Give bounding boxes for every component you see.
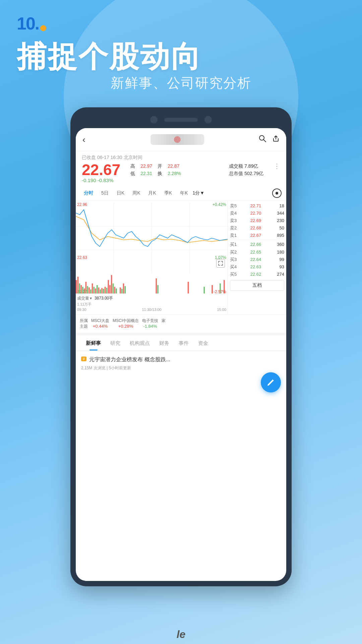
tab-finance[interactable]: 财务 xyxy=(155,335,174,351)
fab-write-button[interactable] xyxy=(261,372,281,392)
tab-5day[interactable]: 5日 xyxy=(98,189,112,198)
phone-container: ‹ xyxy=(70,107,292,586)
phone-top-bar xyxy=(76,113,286,128)
tab-weekly-k[interactable]: 周K xyxy=(129,189,143,198)
fab-spacer xyxy=(76,376,286,389)
logo-text: 10. xyxy=(17,13,39,34)
svg-rect-33 xyxy=(120,287,121,293)
tab-monthly-k[interactable]: 月K xyxy=(145,189,159,198)
svg-rect-25 xyxy=(105,287,106,293)
buy-order-5: 买5 22.62 274 xyxy=(230,271,284,278)
svg-rect-23 xyxy=(101,288,103,293)
open-value: 22.87 xyxy=(168,163,179,169)
turnover-label: 换 xyxy=(158,171,162,177)
volume-bar-chart xyxy=(76,273,228,293)
sell-order-3: 卖3 22.69 230 xyxy=(230,217,284,224)
buy-order-3: 买3 22.64 99 xyxy=(230,256,284,263)
stock-details: 高 22.97 开 22.87 低 22.31 换 2.28% xyxy=(130,162,219,177)
svg-rect-27 xyxy=(108,280,109,293)
svg-rect-35 xyxy=(123,283,124,293)
order-book: 卖5 22.71 18 卖4 22.70 344 卖3 22.69 23 xyxy=(228,201,286,314)
tab-news[interactable]: 新鲜事 xyxy=(81,335,106,351)
high-label: 高 xyxy=(130,163,135,169)
stock-info: 已收盘 06-17 16:30 北京时间 22.67 -0.190 -0.83%… xyxy=(76,151,286,186)
buy-order-1: 买1 22.66 360 xyxy=(230,241,284,248)
sell-order-2: 卖2 22.68 50 xyxy=(230,224,284,232)
chart-price-mid: 22.63 xyxy=(77,255,87,260)
svg-rect-40 xyxy=(203,287,205,293)
stock-main-price: 22.67 xyxy=(82,162,120,177)
sell-order-1: 卖1 22.67 895 xyxy=(230,232,284,239)
content-tabs: 新鲜事 研究 机构观点 财务 事件 资金 xyxy=(76,333,286,351)
news-title: 元宇宙潜力企业榜发布 概念股跌... xyxy=(89,356,170,363)
market-cap-row: 总市值 502.79亿 xyxy=(229,171,263,177)
app-logo: 10. xyxy=(17,13,46,34)
chart-orderbook-container: 22.96 +0.42% 22.63 1.07% 22.27 -2.57% xyxy=(76,201,286,314)
volume-dropdown-arrow[interactable]: ▼ xyxy=(89,297,93,300)
header-center xyxy=(96,134,259,145)
buy-order-2: 买2 22.65 180 xyxy=(230,249,284,256)
tab-events[interactable]: 事件 xyxy=(174,335,193,351)
more-button[interactable]: ⋮ xyxy=(274,162,280,170)
low-value: 22.31 xyxy=(140,171,152,177)
phone-camera xyxy=(150,116,158,123)
theme-tag-msci-large[interactable]: MSCI大盘 +0.44% xyxy=(91,318,109,329)
open-label: 开 xyxy=(158,163,162,169)
news-item[interactable]: # 元宇宙潜力企业榜发布 概念股跌... 2.15M 次浏览 | 5小时前更新 xyxy=(76,351,286,376)
theme-tag-home[interactable]: 家 xyxy=(162,318,166,329)
stock-low-row: 低 22.31 换 2.28% xyxy=(130,171,219,177)
volume-label-text: 成交量 xyxy=(77,296,89,301)
stock-high-row: 高 22.97 开 22.87 xyxy=(130,163,219,169)
svg-rect-34 xyxy=(121,289,123,293)
search-icon[interactable] xyxy=(259,135,266,144)
svg-rect-29 xyxy=(111,275,112,293)
chart-tabs: 分时 5日 日K 周K 月K 季K 年K 1分▼ xyxy=(76,186,286,201)
stock-price-row: 22.67 -0.190 -0.83% 高 22.97 开 22.87 低 22… xyxy=(82,162,280,183)
svg-line-1 xyxy=(263,140,266,142)
volume-value-text: 3873.00手 xyxy=(95,296,113,301)
time-label-close: 15:00 xyxy=(217,308,226,312)
sell-order-4: 卖4 22.70 344 xyxy=(230,210,284,217)
news-tag: # xyxy=(81,357,86,361)
theme-tag-esports[interactable]: 电子竞技 -1.84% xyxy=(142,318,158,329)
time-label-mid: 11:30/13:00 xyxy=(142,308,161,312)
low-label: 低 xyxy=(130,171,135,177)
amount-row: 成交额 7.89亿 xyxy=(229,163,263,169)
tab-capital[interactable]: 资金 xyxy=(193,335,213,351)
stock-name-blurred xyxy=(150,134,204,145)
theme-tag-main[interactable]: 所属 主题 xyxy=(80,318,88,329)
header-icons xyxy=(259,135,280,144)
svg-rect-38 xyxy=(157,285,159,293)
tab-fenshi[interactable]: 分时 xyxy=(80,189,97,198)
app-header: ‹ xyxy=(76,128,286,151)
order-divider xyxy=(230,240,284,240)
tab-institution[interactable]: 机构观点 xyxy=(125,335,155,351)
phone-camera-right xyxy=(204,116,212,123)
svg-rect-22 xyxy=(100,289,101,293)
theme-tag-msci-china[interactable]: MSCI中国概念 +0.28% xyxy=(113,318,139,329)
phone-frame: ‹ xyxy=(70,107,292,586)
target-icon[interactable] xyxy=(272,189,282,198)
svg-rect-16 xyxy=(90,289,92,293)
share-icon[interactable] xyxy=(272,135,280,144)
back-button[interactable]: ‹ xyxy=(82,135,96,145)
stock-status: 已收盘 06-17 16:30 北京时间 xyxy=(82,155,280,161)
chart-change-bottom: -2.57% xyxy=(214,289,226,294)
market-cap-label: 总市值 xyxy=(229,171,243,176)
chart-price-bottom: 22.27 xyxy=(77,289,87,294)
svg-rect-21 xyxy=(98,287,100,293)
buy-order-4: 买4 22.63 93 xyxy=(230,263,284,271)
tab-quarterly-k[interactable]: 季K xyxy=(161,189,175,198)
tab-research[interactable]: 研究 xyxy=(106,335,125,351)
tab-daily-k[interactable]: 日K xyxy=(113,189,128,198)
svg-rect-37 xyxy=(156,278,157,293)
turnover-value: 2.28% xyxy=(168,171,181,177)
buy-orders: 买1 22.66 360 买2 22.65 180 买3 22.64 9 xyxy=(230,241,284,278)
time-interval-dropdown[interactable]: 1分▼ xyxy=(193,190,205,196)
volume-sub-text: 1.11万手 xyxy=(76,302,228,307)
crosshair-icon[interactable] xyxy=(216,259,225,268)
five-gear-button[interactable]: 五档 xyxy=(230,280,284,291)
svg-rect-15 xyxy=(88,287,90,293)
svg-rect-24 xyxy=(103,289,104,293)
tab-yearly-k[interactable]: 年K xyxy=(177,189,191,198)
